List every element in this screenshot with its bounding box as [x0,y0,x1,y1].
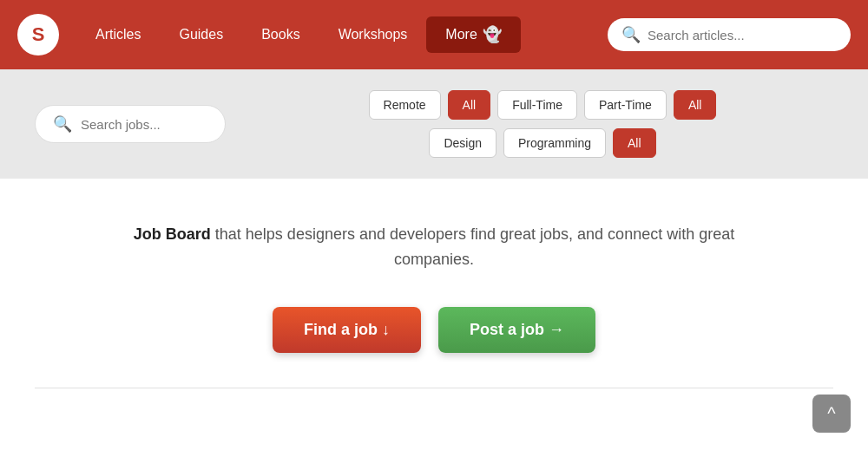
filter-section: 🔍 Remote All Full-Time Part-Time All Des… [0,69,868,179]
filter-row-1: Remote All Full-Time Part-Time All [369,90,717,120]
nav-articles[interactable]: Articles [76,18,160,51]
find-job-button[interactable]: Find a job ↓ [273,307,421,353]
job-listing-section: Senior Interactive Designer for Social I… [0,440,868,450]
table-row[interactable]: Senior Interactive Designer for Social I… [35,440,833,450]
filter-groups: Remote All Full-Time Part-Time All Desig… [252,90,833,158]
more-ghost-icon: 👻 [483,25,502,44]
filter-all-time[interactable]: All [674,90,717,120]
tagline-rest: that helps designers and developers find… [211,225,734,268]
filter-remote[interactable]: Remote [369,90,441,120]
logo[interactable]: S [17,14,59,55]
tagline-bold: Job Board [134,225,211,243]
filter-fulltime[interactable]: Full-Time [497,90,577,120]
post-job-button[interactable]: Post a job → [438,307,595,353]
main-nav: Articles Guides Books Workshops More 👻 [76,16,608,53]
filter-design[interactable]: Design [429,128,496,158]
filter-all-location[interactable]: All [448,90,491,120]
nav-more[interactable]: More 👻 [426,16,520,53]
main-content: Job Board that helps designers and devel… [0,179,868,440]
search-input[interactable] [648,28,837,42]
scroll-to-top-button[interactable]: ^ [812,395,851,433]
header-search[interactable]: 🔍 [608,18,851,51]
logo-letter: S [32,23,45,46]
job-search-icon: 🔍 [53,114,72,134]
filter-all-category[interactable]: All [613,128,656,158]
logo-circle[interactable]: S [17,14,59,55]
filter-row-2: Design Programming All [429,128,655,158]
header: S Articles Guides Books Workshops More 👻… [0,0,868,69]
nav-more-label: More [445,27,477,42]
job-search-box[interactable]: 🔍 [35,105,226,143]
filter-programming[interactable]: Programming [503,128,606,158]
nav-workshops[interactable]: Workshops [319,18,427,51]
nav-guides[interactable]: Guides [160,18,242,51]
chevron-up-icon: ^ [827,404,835,424]
divider [35,388,833,388]
nav-books[interactable]: Books [242,18,319,51]
cta-buttons: Find a job ↓ Post a job → [35,307,833,353]
job-search-input[interactable] [81,117,207,132]
search-icon: 🔍 [621,25,641,44]
filter-parttime[interactable]: Part-Time [584,90,667,120]
tagline: Job Board that helps designers and devel… [130,222,738,272]
